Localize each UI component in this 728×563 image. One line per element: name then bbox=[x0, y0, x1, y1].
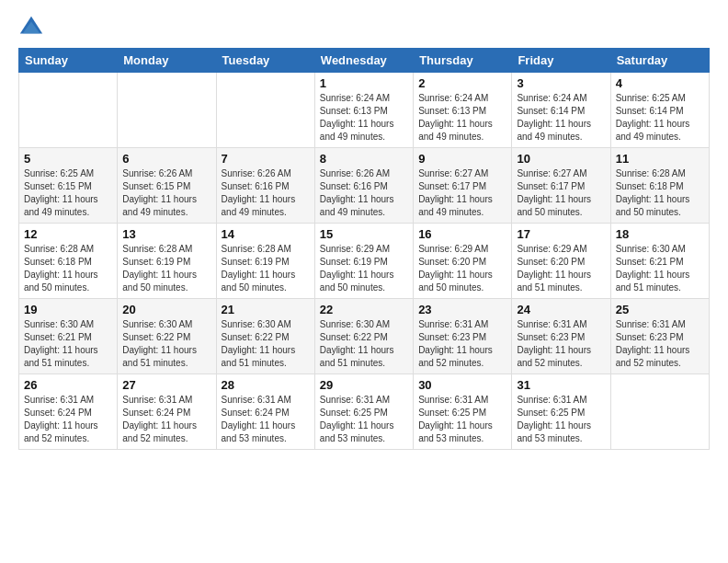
calendar-week-1: 1Sunrise: 6:24 AM Sunset: 6:13 PM Daylig… bbox=[19, 73, 710, 148]
day-number: 6 bbox=[122, 152, 210, 166]
day-info: Sunrise: 6:28 AM Sunset: 6:19 PM Dayligh… bbox=[222, 243, 310, 294]
calendar-week-2: 5Sunrise: 6:25 AM Sunset: 6:15 PM Daylig… bbox=[19, 148, 710, 224]
calendar-cell: 23Sunrise: 6:31 AM Sunset: 6:23 PM Dayli… bbox=[414, 299, 512, 374]
day-info: Sunrise: 6:29 AM Sunset: 6:20 PM Dayligh… bbox=[418, 243, 506, 294]
calendar-cell: 9Sunrise: 6:27 AM Sunset: 6:17 PM Daylig… bbox=[414, 148, 512, 224]
day-number: 24 bbox=[517, 303, 605, 316]
day-info: Sunrise: 6:30 AM Sunset: 6:22 PM Dayligh… bbox=[222, 318, 310, 370]
calendar-cell: 5Sunrise: 6:25 AM Sunset: 6:15 PM Daylig… bbox=[19, 148, 118, 224]
day-number: 15 bbox=[320, 227, 408, 241]
day-number: 21 bbox=[222, 303, 310, 316]
day-number: 13 bbox=[122, 227, 210, 241]
day-info: Sunrise: 6:24 AM Sunset: 6:14 PM Dayligh… bbox=[517, 92, 605, 144]
day-info: Sunrise: 6:28 AM Sunset: 6:18 PM Dayligh… bbox=[616, 167, 704, 219]
day-number: 7 bbox=[222, 152, 310, 166]
calendar-table: SundayMondayTuesdayWednesdayThursdayFrid… bbox=[18, 48, 710, 450]
day-number: 16 bbox=[418, 227, 506, 241]
calendar-cell bbox=[216, 73, 314, 148]
day-info: Sunrise: 6:24 AM Sunset: 6:13 PM Dayligh… bbox=[320, 92, 408, 144]
calendar-cell: 18Sunrise: 6:30 AM Sunset: 6:21 PM Dayli… bbox=[610, 224, 709, 299]
day-number: 20 bbox=[122, 303, 210, 316]
day-number: 30 bbox=[418, 378, 506, 392]
day-number: 11 bbox=[616, 152, 704, 166]
calendar-cell: 4Sunrise: 6:25 AM Sunset: 6:14 PM Daylig… bbox=[610, 73, 709, 148]
calendar-cell: 13Sunrise: 6:28 AM Sunset: 6:19 PM Dayli… bbox=[118, 224, 216, 299]
day-number: 3 bbox=[517, 76, 605, 90]
weekday-header-monday: Monday bbox=[118, 49, 216, 73]
calendar-cell: 20Sunrise: 6:30 AM Sunset: 6:22 PM Dayli… bbox=[118, 299, 216, 374]
calendar-body: 1Sunrise: 6:24 AM Sunset: 6:13 PM Daylig… bbox=[19, 73, 710, 450]
calendar-cell: 8Sunrise: 6:26 AM Sunset: 6:16 PM Daylig… bbox=[314, 148, 413, 224]
day-info: Sunrise: 6:31 AM Sunset: 6:25 PM Dayligh… bbox=[517, 394, 605, 445]
day-number: 28 bbox=[222, 378, 310, 392]
day-info: Sunrise: 6:31 AM Sunset: 6:23 PM Dayligh… bbox=[517, 318, 605, 370]
day-info: Sunrise: 6:31 AM Sunset: 6:24 PM Dayligh… bbox=[222, 394, 310, 445]
calendar-cell: 15Sunrise: 6:29 AM Sunset: 6:19 PM Dayli… bbox=[314, 224, 413, 299]
day-info: Sunrise: 6:27 AM Sunset: 6:17 PM Dayligh… bbox=[418, 167, 506, 219]
calendar-cell: 2Sunrise: 6:24 AM Sunset: 6:13 PM Daylig… bbox=[414, 73, 512, 148]
day-info: Sunrise: 6:24 AM Sunset: 6:13 PM Dayligh… bbox=[418, 92, 506, 144]
day-number: 23 bbox=[418, 303, 506, 316]
day-info: Sunrise: 6:31 AM Sunset: 6:24 PM Dayligh… bbox=[24, 394, 112, 445]
day-info: Sunrise: 6:26 AM Sunset: 6:15 PM Dayligh… bbox=[122, 167, 210, 219]
day-info: Sunrise: 6:29 AM Sunset: 6:20 PM Dayligh… bbox=[517, 243, 605, 294]
calendar-cell: 24Sunrise: 6:31 AM Sunset: 6:23 PM Dayli… bbox=[512, 299, 610, 374]
calendar-cell: 29Sunrise: 6:31 AM Sunset: 6:25 PM Dayli… bbox=[314, 374, 413, 450]
calendar-cell: 19Sunrise: 6:30 AM Sunset: 6:21 PM Dayli… bbox=[19, 299, 118, 374]
day-number: 4 bbox=[616, 76, 704, 90]
logo-icon bbox=[18, 15, 44, 40]
weekday-header-saturday: Saturday bbox=[610, 49, 709, 73]
day-info: Sunrise: 6:28 AM Sunset: 6:18 PM Dayligh… bbox=[24, 243, 112, 294]
day-number: 26 bbox=[24, 378, 112, 392]
day-number: 18 bbox=[616, 227, 704, 241]
logo bbox=[18, 15, 48, 40]
day-number: 25 bbox=[616, 303, 704, 316]
calendar-cell: 16Sunrise: 6:29 AM Sunset: 6:20 PM Dayli… bbox=[414, 224, 512, 299]
weekday-header-friday: Friday bbox=[512, 49, 610, 73]
day-info: Sunrise: 6:26 AM Sunset: 6:16 PM Dayligh… bbox=[320, 167, 408, 219]
calendar-cell: 10Sunrise: 6:27 AM Sunset: 6:17 PM Dayli… bbox=[512, 148, 610, 224]
day-info: Sunrise: 6:25 AM Sunset: 6:14 PM Dayligh… bbox=[616, 92, 704, 144]
day-number: 22 bbox=[320, 303, 408, 316]
calendar-cell bbox=[610, 374, 709, 450]
weekday-header-wednesday: Wednesday bbox=[314, 49, 413, 73]
weekday-header-thursday: Thursday bbox=[414, 49, 512, 73]
calendar-cell: 1Sunrise: 6:24 AM Sunset: 6:13 PM Daylig… bbox=[314, 73, 413, 148]
weekday-header-row: SundayMondayTuesdayWednesdayThursdayFrid… bbox=[19, 49, 710, 73]
day-number: 19 bbox=[24, 303, 112, 316]
calendar-week-5: 26Sunrise: 6:31 AM Sunset: 6:24 PM Dayli… bbox=[19, 374, 710, 450]
day-number: 5 bbox=[24, 152, 112, 166]
header bbox=[18, 15, 710, 40]
day-number: 14 bbox=[222, 227, 310, 241]
calendar-cell: 28Sunrise: 6:31 AM Sunset: 6:24 PM Dayli… bbox=[216, 374, 314, 450]
day-info: Sunrise: 6:26 AM Sunset: 6:16 PM Dayligh… bbox=[222, 167, 310, 219]
day-info: Sunrise: 6:25 AM Sunset: 6:15 PM Dayligh… bbox=[24, 167, 112, 219]
day-info: Sunrise: 6:30 AM Sunset: 6:22 PM Dayligh… bbox=[320, 318, 408, 370]
page: SundayMondayTuesdayWednesdayThursdayFrid… bbox=[0, 0, 728, 563]
day-info: Sunrise: 6:31 AM Sunset: 6:25 PM Dayligh… bbox=[418, 394, 506, 445]
day-info: Sunrise: 6:31 AM Sunset: 6:23 PM Dayligh… bbox=[616, 318, 704, 370]
calendar-cell: 7Sunrise: 6:26 AM Sunset: 6:16 PM Daylig… bbox=[216, 148, 314, 224]
day-number: 10 bbox=[517, 152, 605, 166]
weekday-header-sunday: Sunday bbox=[19, 49, 118, 73]
day-info: Sunrise: 6:30 AM Sunset: 6:22 PM Dayligh… bbox=[122, 318, 210, 370]
calendar-cell: 31Sunrise: 6:31 AM Sunset: 6:25 PM Dayli… bbox=[512, 374, 610, 450]
day-info: Sunrise: 6:31 AM Sunset: 6:24 PM Dayligh… bbox=[122, 394, 210, 445]
calendar-cell: 30Sunrise: 6:31 AM Sunset: 6:25 PM Dayli… bbox=[414, 374, 512, 450]
day-number: 1 bbox=[320, 76, 408, 90]
day-info: Sunrise: 6:30 AM Sunset: 6:21 PM Dayligh… bbox=[616, 243, 704, 294]
calendar-cell: 26Sunrise: 6:31 AM Sunset: 6:24 PM Dayli… bbox=[19, 374, 118, 450]
day-info: Sunrise: 6:28 AM Sunset: 6:19 PM Dayligh… bbox=[122, 243, 210, 294]
calendar-cell: 22Sunrise: 6:30 AM Sunset: 6:22 PM Dayli… bbox=[314, 299, 413, 374]
calendar-cell: 11Sunrise: 6:28 AM Sunset: 6:18 PM Dayli… bbox=[610, 148, 709, 224]
calendar-cell: 27Sunrise: 6:31 AM Sunset: 6:24 PM Dayli… bbox=[118, 374, 216, 450]
calendar-cell: 25Sunrise: 6:31 AM Sunset: 6:23 PM Dayli… bbox=[610, 299, 709, 374]
day-number: 9 bbox=[418, 152, 506, 166]
weekday-header-tuesday: Tuesday bbox=[216, 49, 314, 73]
calendar-cell bbox=[118, 73, 216, 148]
day-number: 31 bbox=[517, 378, 605, 392]
day-number: 8 bbox=[320, 152, 408, 166]
calendar-cell: 17Sunrise: 6:29 AM Sunset: 6:20 PM Dayli… bbox=[512, 224, 610, 299]
day-number: 27 bbox=[122, 378, 210, 392]
day-info: Sunrise: 6:31 AM Sunset: 6:23 PM Dayligh… bbox=[418, 318, 506, 370]
